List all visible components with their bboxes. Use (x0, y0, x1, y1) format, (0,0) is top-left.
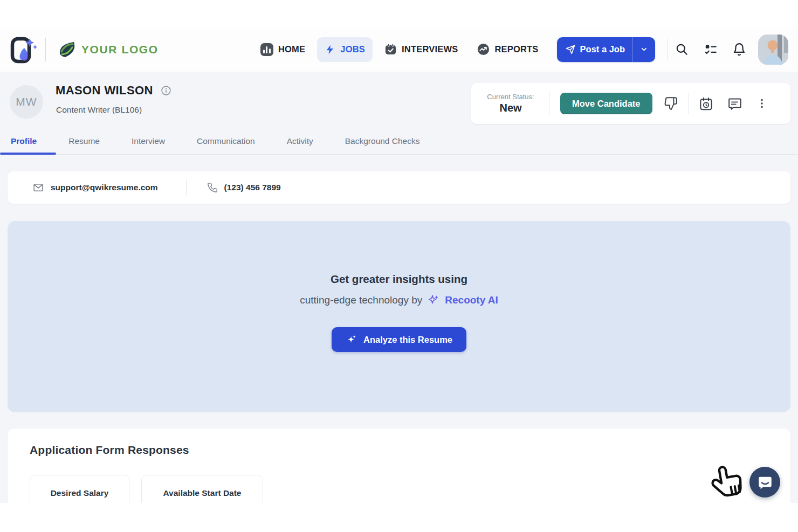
nav-item-reports[interactable]: REPORTS (470, 37, 546, 62)
tab-activity[interactable]: Activity (287, 136, 313, 146)
brand-area: YOUR LOGO (10, 34, 159, 65)
tab-communication[interactable]: Communication (197, 136, 255, 146)
tab-interview[interactable]: Interview (132, 136, 165, 146)
chat-bubble-icon (757, 474, 773, 490)
chat-messenger-button[interactable] (749, 467, 780, 498)
thumbs-down-icon[interactable] (657, 96, 685, 110)
bell-icon[interactable] (732, 43, 746, 57)
comment-icon[interactable] (720, 96, 749, 111)
post-a-job-dropdown-toggle[interactable] (632, 37, 655, 62)
home-stats-icon (260, 43, 273, 56)
recooty-ai-brand: Recooty AI (445, 294, 498, 306)
candidate-status-card: Current Status: New Move Candidate (471, 83, 790, 124)
candidate-header: MW MASON WILSON Content Writer (BL106) C… (0, 72, 798, 155)
current-status-label: Current Status: (473, 93, 548, 101)
status-icons-divider (688, 93, 689, 114)
candidate-tabs: Profile Resume Interview Communication A… (0, 128, 798, 155)
contact-divider (186, 179, 187, 196)
info-icon[interactable] (161, 85, 171, 96)
nav-icon-group (675, 43, 746, 57)
ai-panel-heading: Get greater insights using (8, 273, 790, 286)
analyze-resume-button[interactable]: Analyze this Resume (332, 327, 466, 352)
bottom-white-strip (0, 503, 798, 532)
analyze-sparkle-icon (346, 334, 357, 346)
candidate-initials-avatar: MW (10, 85, 43, 119)
ai-insights-panel: Get greater insights using cutting-edge … (8, 221, 790, 412)
post-a-job-label: Post a Job (580, 44, 625, 54)
customer-logo-text: YOUR LOGO (81, 43, 159, 56)
candidate-name: MASON WILSON (56, 84, 153, 98)
current-status-value: New (473, 102, 548, 114)
contact-email: support@qwikresume.com (32, 182, 158, 193)
contact-bar: support@qwikresume.com (123) 456 7899 (8, 171, 790, 204)
customer-logo-leaf-icon (58, 40, 77, 59)
nav-item-home-label: HOME (278, 44, 305, 54)
jobs-bolt-icon (325, 44, 335, 56)
ai-panel-subheading: cutting-edge technology by (300, 294, 422, 306)
email-icon (32, 182, 44, 193)
nav-right-divider (667, 39, 668, 60)
interviews-calendar-icon (384, 43, 397, 56)
send-icon (566, 45, 575, 54)
analyze-resume-label: Analyze this Resume (363, 335, 452, 345)
phone-icon (207, 182, 218, 193)
tab-resume[interactable]: Resume (68, 136, 100, 146)
move-candidate-button[interactable]: Move Candidate (560, 93, 652, 114)
recooty-logo-icon (10, 34, 38, 65)
nav-menu: HOME JOBS (253, 37, 546, 63)
screen: YOUR LOGO HOME JOBS (0, 0, 798, 532)
status-divider (549, 91, 549, 116)
post-a-job-button[interactable]: Post a Job (557, 37, 655, 62)
chevron-down-icon (640, 45, 648, 53)
contact-phone-value: (123) 456 7899 (224, 183, 281, 192)
post-a-job-main[interactable]: Post a Job (557, 44, 632, 54)
application-form-title: Application Form Responses (30, 444, 790, 457)
search-icon[interactable] (675, 43, 689, 57)
sparkle-icon (427, 294, 440, 307)
top-nav: YOUR LOGO HOME JOBS (0, 27, 798, 72)
app-window: YOUR LOGO HOME JOBS (0, 27, 798, 532)
nav-item-jobs-label: JOBS (340, 44, 365, 54)
candidate-role: Content Writer (BL106) (56, 105, 142, 115)
nav-item-jobs[interactable]: JOBS (317, 37, 373, 62)
nav-item-reports-label: REPORTS (494, 44, 538, 54)
tab-profile[interactable]: Profile (11, 136, 37, 146)
contact-email-value: support@qwikresume.com (51, 183, 158, 192)
nav-item-interviews[interactable]: INTERVIEWS (377, 37, 465, 62)
reports-trend-icon (477, 43, 490, 56)
nav-item-interviews-label: INTERVIEWS (402, 44, 458, 54)
tasks-icon[interactable] (704, 43, 718, 57)
tab-background-checks[interactable]: Background Checks (345, 136, 420, 146)
nav-item-home[interactable]: HOME (253, 37, 313, 63)
schedule-icon[interactable] (692, 96, 720, 111)
contact-phone: (123) 456 7899 (207, 182, 281, 193)
customer-logo: YOUR LOGO (58, 40, 159, 59)
user-avatar[interactable] (758, 34, 788, 65)
brand-divider (45, 38, 46, 61)
kebab-menu-icon[interactable] (749, 96, 775, 110)
active-tab-underline (0, 153, 56, 155)
